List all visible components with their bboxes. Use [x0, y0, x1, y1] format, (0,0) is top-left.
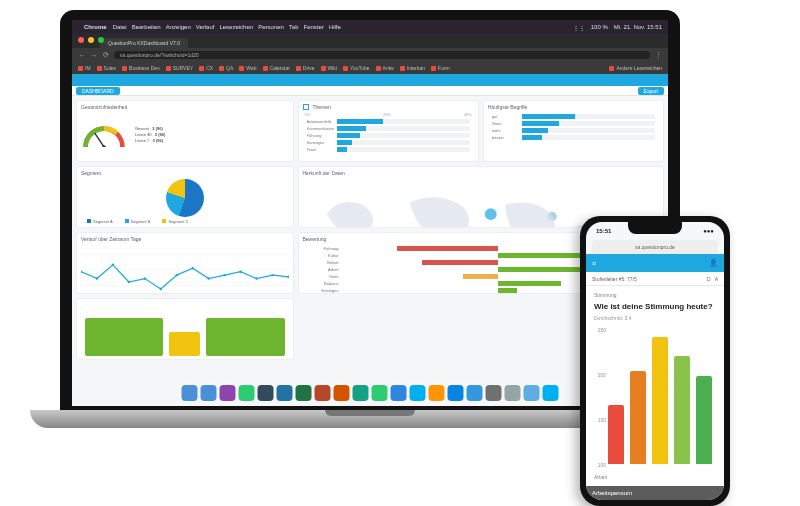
page-subheader: DASHBOARD Export [72, 86, 668, 96]
mood-bar [630, 371, 646, 464]
forward-icon[interactable]: → [90, 51, 98, 59]
svg-point-11 [160, 288, 162, 290]
bookmark-item[interactable]: Interban [400, 65, 425, 71]
menubar-item[interactable]: Fenster [304, 24, 324, 30]
dock-app[interactable] [429, 385, 445, 401]
dock-app[interactable] [239, 385, 255, 401]
dock-app[interactable] [486, 385, 502, 401]
hbar-row: Sonstiges [307, 140, 470, 145]
url-text: sa.questionpro.de/?switchuid=1d20 [120, 52, 199, 58]
bookmark-item[interactable]: IM [78, 65, 91, 71]
hbar-row: Team [307, 147, 470, 152]
lang-de[interactable]: D [707, 276, 711, 282]
dock-app[interactable] [410, 385, 426, 401]
bookmark-item[interactable]: Antw [376, 65, 394, 71]
checkbox-icon[interactable] [303, 104, 309, 110]
bookmark-item[interactable]: Wiki [321, 65, 337, 71]
close-icon[interactable] [78, 37, 84, 43]
back-icon[interactable]: ← [78, 51, 86, 59]
card-title: Segment [81, 170, 289, 176]
menubar-item[interactable]: Lesezeichen [219, 24, 253, 30]
gauge-chart [81, 124, 127, 147]
phone-header: ≡ 👤 [586, 254, 724, 272]
hbar-row: Führung [307, 133, 470, 138]
dock-app[interactable] [277, 385, 293, 401]
bookmark-item[interactable]: Business Dev [122, 65, 160, 71]
menubar-item[interactable]: Personen [258, 24, 284, 30]
wifi-icon: ⋮⋮ [573, 24, 585, 31]
bookmark-item[interactable]: Form [431, 65, 450, 71]
phone-screen: 15:51 ●●● sa.questionpro.de ≡ 👤 Stufenle… [586, 222, 724, 500]
bookmark-item[interactable]: Calendar [263, 65, 290, 71]
menu-icon[interactable]: ≡ [592, 260, 596, 267]
mood-bar [652, 337, 668, 464]
user-icon[interactable]: 👤 [709, 259, 718, 267]
card-title: Themen [313, 104, 474, 110]
svg-point-17 [255, 277, 257, 279]
mood-bar [608, 405, 624, 464]
phone-content: Stimmung Wie ist deine Stimmung heute? D… [586, 286, 724, 486]
bookmark-item[interactable]: QA [219, 65, 233, 71]
menubar-item[interactable]: Bearbeiten [132, 24, 161, 30]
card-terms: Häufigste Begriffe gutTeammehrbesser [483, 100, 664, 162]
question-sub: Durchschnitt: 3.4 [594, 315, 716, 321]
bookmark-item[interactable]: SURVEY [166, 65, 193, 71]
bookmark-item[interactable]: YouTube [343, 65, 370, 71]
extensions-icon[interactable]: ⋮ [654, 51, 662, 59]
bookmark-item[interactable]: Web [239, 65, 256, 71]
phone-notch [628, 222, 682, 234]
menubar-item[interactable]: Verlauf [196, 24, 215, 30]
dock-app[interactable] [182, 385, 198, 401]
dock-app[interactable] [524, 385, 540, 401]
dock-app[interactable] [372, 385, 388, 401]
pie-legend: Segment ASegment BSegment C [81, 219, 289, 224]
card-gauge: Gesamtzufriedenheit Gesamt 3 (96)L [76, 100, 294, 162]
bookmarks-overflow[interactable]: Andere Lesezeichen [609, 65, 662, 71]
bookmark-item[interactable]: Soles [97, 65, 117, 71]
dock-app[interactable] [505, 385, 521, 401]
phone-time: 15:51 [596, 228, 611, 234]
card-segment: Segment Segment ASegment BSegment C [76, 166, 294, 228]
dashboard-tab[interactable]: DASHBOARD [76, 87, 120, 95]
lang-a[interactable]: A [715, 276, 718, 282]
address-bar[interactable]: sa.questionpro.de/?switchuid=1d20 [114, 51, 650, 59]
dock-app[interactable] [258, 385, 274, 401]
dock-app[interactable] [296, 385, 312, 401]
dock-app[interactable] [467, 385, 483, 401]
dock-app[interactable] [543, 385, 559, 401]
dashboard-page: DASHBOARD Export Gesamtzufriedenheit [72, 74, 668, 406]
mood-bar [696, 376, 712, 464]
dock-app[interactable] [220, 385, 236, 401]
bookmark-item[interactable]: CX [199, 65, 213, 71]
footer-text: Arbeitspensum [592, 490, 632, 496]
menubar-item[interactable]: Anzeigen [166, 24, 191, 30]
y-axis: 250200150100 [594, 327, 606, 468]
phone-mockup: 15:51 ●●● sa.questionpro.de ≡ 👤 Stufenle… [580, 216, 730, 506]
question-title: Wie ist deine Stimmung heute? [594, 302, 716, 311]
dock-app[interactable] [391, 385, 407, 401]
menubar-item[interactable]: Datei [113, 24, 127, 30]
menubar-item[interactable]: Tab [289, 24, 299, 30]
phone-address-bar[interactable]: sa.questionpro.de [592, 240, 718, 254]
chrome-toolbar: ← → ⟳ sa.questionpro.de/?switchuid=1d20 … [72, 48, 668, 62]
bookmarks-bar: IMSolesBusiness DevSURVEYCXQAWebCalendar… [72, 62, 668, 74]
macos-dock [176, 382, 565, 404]
export-button[interactable]: Export [638, 87, 664, 95]
card-title: Herkunft der Daten [303, 170, 660, 176]
maximize-icon[interactable] [98, 37, 104, 43]
dock-app[interactable] [448, 385, 464, 401]
page-header [72, 74, 668, 86]
phone-url-text: sa.questionpro.de [635, 244, 675, 250]
svg-line-0 [95, 133, 104, 147]
menubar-item[interactable]: Hilfe [329, 24, 341, 30]
dock-app[interactable] [201, 385, 217, 401]
dock-app[interactable] [353, 385, 369, 401]
dock-app[interactable] [334, 385, 350, 401]
bookmark-item[interactable]: Drive [296, 65, 315, 71]
dock-app[interactable] [315, 385, 331, 401]
card-boxes [76, 298, 294, 360]
menubar-app[interactable]: Chrome [84, 24, 107, 30]
reload-icon[interactable]: ⟳ [102, 51, 110, 59]
minimize-icon[interactable] [88, 37, 94, 43]
browser-tab[interactable]: QuestionPro KXDashboard V7.0 [100, 38, 188, 48]
